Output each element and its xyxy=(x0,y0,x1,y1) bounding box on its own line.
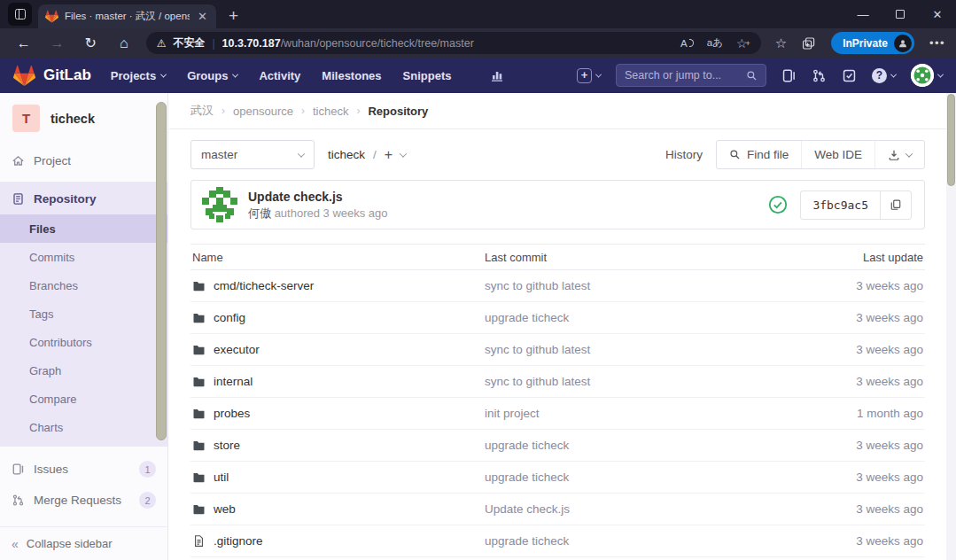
search-input[interactable] xyxy=(625,69,741,82)
new-menu-button[interactable]: + xyxy=(577,68,601,83)
commit-message-link[interactable]: sync to github latest xyxy=(485,375,734,388)
collections-button[interactable] xyxy=(802,36,816,51)
breadcrumb-subgroup[interactable]: opensource xyxy=(233,105,293,118)
add-file-button[interactable]: + xyxy=(385,148,393,162)
breadcrumb-project[interactable]: ticheck xyxy=(313,105,348,118)
browser-menu-button[interactable]: ••• xyxy=(929,36,945,50)
commit-message-link[interactable]: upgrade ticheck xyxy=(485,471,734,484)
help-menu-button[interactable]: ? xyxy=(872,68,896,83)
maximize-button[interactable] xyxy=(882,0,919,28)
vertical-tabs-icon xyxy=(15,9,26,19)
download-source-button[interactable] xyxy=(874,141,924,168)
merge-requests-dashboard-button[interactable] xyxy=(812,68,827,83)
folder-icon xyxy=(192,407,206,420)
table-row[interactable]: web Update check.js 3 weeks ago xyxy=(190,494,925,525)
sidebar-item-commits[interactable]: Commits xyxy=(0,243,167,271)
commit-message-link[interactable]: sync to github latest xyxy=(485,343,734,356)
file-name-link[interactable]: internal xyxy=(214,375,253,388)
nav-item-projects[interactable]: Projects xyxy=(111,69,166,82)
commit-title-link[interactable]: Update check.js xyxy=(248,189,388,206)
favorites-bar-button[interactable]: ☆ xyxy=(775,36,787,50)
instance-stats-icon[interactable] xyxy=(490,68,504,82)
sidebar-item-tags[interactable]: Tags xyxy=(0,299,167,328)
table-row[interactable]: .gitignore upgrade ticheck 3 weeks ago xyxy=(190,525,925,557)
file-name-link[interactable]: web xyxy=(214,502,236,516)
minimize-button[interactable]: — xyxy=(844,0,882,28)
copy-commit-sha-button[interactable] xyxy=(880,191,911,219)
sidebar-item-merge-requests[interactable]: Merge Requests 2 xyxy=(0,485,167,516)
nav-item-groups[interactable]: Groups xyxy=(187,69,237,82)
file-icon xyxy=(192,534,206,548)
commit-message-link[interactable]: Update check.js xyxy=(485,502,734,516)
inprivate-badge[interactable]: InPrivate xyxy=(831,32,914,54)
tab-actions-button[interactable] xyxy=(8,3,32,26)
nav-item-activity[interactable]: Activity xyxy=(259,69,300,82)
file-name-link[interactable]: probes xyxy=(214,407,250,420)
chevron-down-icon xyxy=(298,150,305,157)
file-name-link[interactable]: store xyxy=(214,439,240,452)
branch-selector[interactable]: master xyxy=(190,140,315,169)
translate-icon[interactable]: aあ xyxy=(707,36,723,50)
tab-close-icon[interactable]: ✕ xyxy=(196,11,209,22)
file-name-link[interactable]: .gitignore xyxy=(214,534,263,548)
table-row[interactable]: probes init project 1 month ago xyxy=(190,398,925,430)
folder-icon xyxy=(192,375,206,388)
sidebar-item-contributors[interactable]: Contributors xyxy=(0,328,167,356)
commit-message-link[interactable]: upgrade ticheck xyxy=(485,534,734,548)
browser-tab[interactable]: Files · master · 武汉 / opensourc ✕ xyxy=(38,4,216,28)
commit-message-link[interactable]: upgrade ticheck xyxy=(485,439,734,452)
commit-author-link[interactable]: 何傲 xyxy=(248,206,271,220)
commit-message-link[interactable]: sync to github latest xyxy=(485,279,734,292)
new-tab-button[interactable]: + xyxy=(229,7,238,24)
forward-button[interactable]: → xyxy=(41,35,74,51)
sidebar-item-graph[interactable]: Graph xyxy=(0,356,167,385)
sidebar-item-files[interactable]: Files xyxy=(0,214,167,243)
pipeline-status-icon[interactable] xyxy=(768,195,788,214)
table-row[interactable]: cmd/ticheck-server sync to github latest… xyxy=(190,270,925,302)
back-button[interactable]: ← xyxy=(7,35,41,51)
commit-message-link[interactable]: init project xyxy=(485,407,734,420)
sidebar-scrollbar[interactable] xyxy=(156,102,167,440)
history-button[interactable]: History xyxy=(665,148,703,161)
file-name-link[interactable]: executor xyxy=(214,343,260,356)
table-row[interactable]: internal sync to github latest 3 weeks a… xyxy=(190,366,925,398)
page-scrollbar-thumb[interactable] xyxy=(947,94,955,186)
table-row[interactable]: executor sync to github latest 3 weeks a… xyxy=(190,334,925,366)
add-favorite-icon[interactable]: ☆+ xyxy=(736,37,750,50)
table-row[interactable]: config upgrade ticheck 3 weeks ago xyxy=(190,302,925,334)
sidebar-item-branches[interactable]: Branches xyxy=(0,271,167,299)
breadcrumb-group[interactable]: 武汉 xyxy=(190,103,214,119)
close-button[interactable]: ✕ xyxy=(919,0,956,28)
merge-requests-count-badge: 2 xyxy=(139,492,156,509)
repo-root-link[interactable]: ticheck xyxy=(328,148,365,161)
sidebar-item-repository[interactable]: Repository xyxy=(0,183,167,214)
project-context-header[interactable]: T ticheck xyxy=(0,93,167,145)
gitlab-home-link[interactable]: GitLab xyxy=(13,65,91,87)
table-row[interactable]: util upgrade ticheck 3 weeks ago xyxy=(190,462,925,494)
sidebar-item-project[interactable]: Project xyxy=(0,145,167,176)
read-aloud-icon[interactable]: A xyxy=(680,38,694,49)
file-name-link[interactable]: cmd/ticheck-server xyxy=(214,279,314,292)
commit-message-link[interactable]: upgrade ticheck xyxy=(485,311,734,324)
table-row[interactable]: store upgrade ticheck 3 weeks ago xyxy=(190,430,925,462)
nav-item-milestones[interactable]: Milestones xyxy=(322,69,381,82)
file-name-link[interactable]: util xyxy=(214,471,229,484)
header-last-commit: Last commit xyxy=(485,251,734,264)
breadcrumb-current: Repository xyxy=(368,105,428,118)
find-file-button[interactable]: Find file xyxy=(717,141,801,168)
address-bar[interactable]: ⚠ 不安全 | 10.3.70.187/wuhan/opensource/tic… xyxy=(146,32,761,54)
user-menu-button[interactable] xyxy=(911,64,943,87)
sidebar-item-issues[interactable]: Issues 1 xyxy=(0,454,167,485)
todos-button[interactable] xyxy=(842,68,857,83)
home-button[interactable]: ⌂ xyxy=(107,35,141,51)
last-update-time: 3 weeks ago xyxy=(734,279,924,292)
sidebar-item-charts[interactable]: Charts xyxy=(0,413,167,441)
refresh-button[interactable]: ↻ xyxy=(74,35,107,51)
file-name-link[interactable]: config xyxy=(214,311,245,324)
issues-dashboard-button[interactable] xyxy=(781,68,797,83)
page-scrollbar[interactable] xyxy=(946,93,956,560)
collapse-sidebar-button[interactable]: « Collapse sidebar xyxy=(0,526,167,560)
nav-item-snippets[interactable]: Snippets xyxy=(403,69,452,82)
web-ide-button[interactable]: Web IDE xyxy=(801,141,874,168)
sidebar-item-compare[interactable]: Compare xyxy=(0,385,167,413)
